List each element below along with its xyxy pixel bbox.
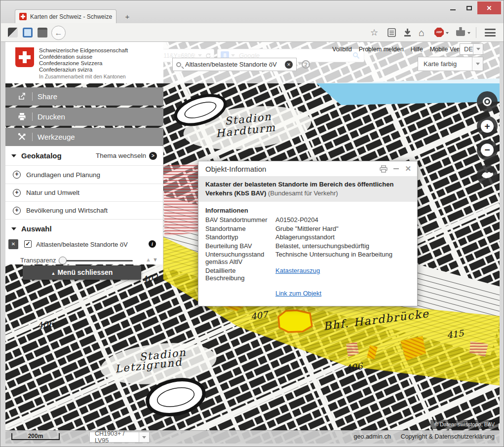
expand-plus-icon[interactable]: + xyxy=(13,189,21,197)
menu-hamburger-icon[interactable] xyxy=(485,29,496,37)
cooperation-note: In Zusammenarbeit mit den Kantonen xyxy=(39,74,126,79)
collapse-up-icon: ▲ xyxy=(51,271,56,276)
header-links: Vollbild Problem melden Hilfe Mobile Ver… xyxy=(332,46,470,53)
katasterauszug-link[interactable]: Katasterauszug xyxy=(275,267,320,274)
info-row: Untersuchungsstand gemäss AltlVTechnisch… xyxy=(205,251,410,265)
transparency-slider-knob[interactable] xyxy=(59,257,67,264)
catalog-category[interactable]: + Bevölkerung und Wirtschaft xyxy=(5,202,163,220)
projection-select[interactable]: CH1903+ / LV95 xyxy=(89,432,150,443)
switzerland-icon xyxy=(481,171,494,180)
confederation-title: Schweizerische Eidgenossenschaft Confédé… xyxy=(39,47,128,73)
collapse-triangle-icon xyxy=(11,227,16,230)
geokatalog-header[interactable]: Geokatalog Thema wechseln > xyxy=(5,146,163,166)
info-row: Link zum Objekt xyxy=(205,290,410,297)
clear-search-icon[interactable]: ✕ xyxy=(285,61,293,69)
geolocate-button[interactable] xyxy=(477,91,498,112)
sidebar-item-werkzeuge[interactable]: Werkzeuge xyxy=(5,128,163,146)
language-select[interactable]: DE xyxy=(460,43,483,55)
adblock-dropdown-icon[interactable] xyxy=(446,32,449,34)
share-icon xyxy=(18,92,26,101)
language-value: DE xyxy=(464,45,473,53)
contaminated-zone-red-west xyxy=(163,163,200,236)
extension-icon[interactable] xyxy=(456,27,465,36)
bookmarks-list-icon[interactable] xyxy=(388,28,396,37)
plus-icon: + xyxy=(481,120,494,133)
printer-icon xyxy=(18,112,26,121)
tools-icon xyxy=(18,133,26,141)
transparency-slider-track[interactable] xyxy=(62,260,133,261)
minus-icon: − xyxy=(481,144,494,156)
home-icon[interactable]: ⌂ xyxy=(419,28,425,37)
popup-body: Informationen BAV StandortnummerA01502-P… xyxy=(198,202,417,306)
zoom-in-button[interactable]: + xyxy=(477,116,498,137)
toolbar-addon-icon-3[interactable] xyxy=(38,28,47,37)
search-icon xyxy=(176,62,181,67)
selected-site-polygon[interactable] xyxy=(278,310,312,332)
print-icon[interactable] xyxy=(380,165,388,173)
category-label: Grundlagen und Planung xyxy=(26,171,100,179)
geokatalog-title: Geokatalog xyxy=(21,151,62,160)
default-extent-button[interactable] xyxy=(477,165,498,186)
move-layer-down-icon[interactable]: ▼ xyxy=(153,257,158,262)
window-maximize-button[interactable] xyxy=(462,1,476,14)
chevron-down-icon xyxy=(472,57,483,71)
object-link[interactable]: Link zum Objekt xyxy=(275,290,321,297)
geocatalog-panel: Geokatalog Thema wechseln > + Grundlagen… xyxy=(5,146,163,264)
map-search-input[interactable]: Altlasten/belastete Standorte öV ✕ xyxy=(172,58,297,71)
copyright-link[interactable]: Copyright & Datenschutzerklärung xyxy=(401,433,495,440)
layer-name[interactable]: Altlasten/belastete Standorte öV xyxy=(36,241,128,248)
browser-tab[interactable]: Karten der Schweiz - Schweize... xyxy=(15,9,116,23)
close-menu-button[interactable]: ▲ Menü schliessen xyxy=(23,265,141,280)
layer-info-icon[interactable]: i xyxy=(149,240,156,248)
section-title: Informationen xyxy=(205,207,410,214)
link-problem-melden[interactable]: Problem melden xyxy=(359,46,404,53)
back-arrow-icon: ← xyxy=(55,29,63,37)
catalog-category[interactable]: + Grundlagen und Planung xyxy=(5,166,163,184)
toolbar-addon-icon-1[interactable] xyxy=(8,28,18,37)
adblock-icon[interactable]: ABP xyxy=(434,28,444,37)
popup-titlebar[interactable]: Objekt-Information ✕ xyxy=(198,161,417,176)
map-attribution: © Daten: swisstopo, BAV xyxy=(430,420,499,429)
sidebar-item-label: Werkzeuge xyxy=(38,133,75,141)
downloads-icon[interactable] xyxy=(403,28,412,37)
move-layer-up-icon[interactable]: ▲ xyxy=(146,257,151,262)
layer-checkbox[interactable]: ✓ xyxy=(24,240,32,248)
sidebar-item-share[interactable]: Share xyxy=(5,87,163,106)
minimize-icon[interactable] xyxy=(393,168,399,170)
theme-switch-link[interactable]: Thema wechseln xyxy=(96,152,146,159)
window-minimize-button[interactable] xyxy=(445,1,460,14)
bookmark-star-icon[interactable]: ☆ xyxy=(370,28,378,37)
popup-layer-title: Kataster der belasteten Standorte im Ber… xyxy=(198,176,417,202)
sidebar-item-drucken[interactable]: Drucken xyxy=(5,108,163,126)
extension-dropdown-icon[interactable] xyxy=(467,32,470,34)
link-hilfe[interactable]: Hilfe xyxy=(411,46,423,53)
browser-window: Stadion Hardturm Bhf. Hardbrücke Stadion… xyxy=(0,0,504,447)
geoadmin-link[interactable]: geo.admin.ch xyxy=(354,433,391,440)
chevron-down-icon xyxy=(139,432,149,442)
close-icon[interactable]: ✕ xyxy=(405,164,411,173)
popup-title-text: Objekt-Information xyxy=(205,165,266,173)
expand-plus-icon[interactable]: + xyxy=(13,171,21,179)
window-close-button[interactable]: ✕ xyxy=(477,1,501,14)
expand-plus-icon[interactable]: + xyxy=(13,207,21,215)
link-vollbild[interactable]: Vollbild xyxy=(332,46,352,53)
category-label: Natur und Umwelt xyxy=(26,189,79,196)
toolbar-addon-icon-2[interactable] xyxy=(23,28,33,37)
sidebar-item-label: Drucken xyxy=(38,112,65,121)
zoom-out-button[interactable]: − xyxy=(477,140,498,160)
info-row: StandortnameGrube "Mittlerer Hard" xyxy=(205,225,410,232)
target-icon xyxy=(483,97,492,106)
active-layer-row: ✕ ✓ Altlasten/belastete Standorte öV i xyxy=(5,238,163,254)
search-help-icon[interactable]: ? xyxy=(302,60,310,69)
new-tab-button[interactable]: + xyxy=(121,11,133,22)
collapse-triangle-icon xyxy=(11,154,16,157)
auswahl-header[interactable]: Auswahl xyxy=(5,220,163,238)
auswahl-title: Auswahl xyxy=(21,224,52,233)
back-button[interactable]: ← xyxy=(51,26,66,40)
remove-layer-button[interactable]: ✕ xyxy=(8,239,18,249)
scale-bar: 200m xyxy=(11,433,60,440)
theme-switch-arrow-icon[interactable]: > xyxy=(149,152,157,160)
map-style-select[interactable]: Karte farbig xyxy=(418,57,483,71)
chevron-down-icon xyxy=(473,44,483,54)
catalog-category[interactable]: + Natur und Umwelt xyxy=(5,184,163,202)
